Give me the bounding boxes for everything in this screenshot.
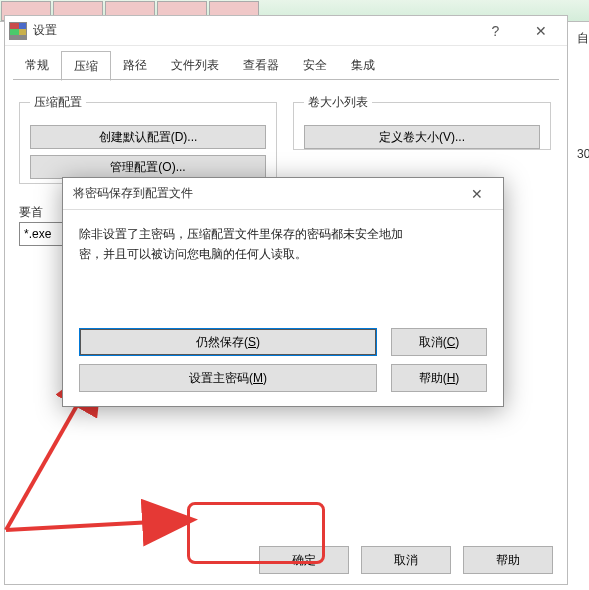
winrar-icon <box>9 22 27 40</box>
help-button[interactable]: 帮助 <box>463 546 553 574</box>
help-button-icon[interactable]: ? <box>473 17 518 45</box>
create-default-profile-button[interactable]: 创建默认配置(D)... <box>30 125 266 149</box>
dialog-message: 除非设置了主密码，压缩配置文件里保存的密码都未安全地加 密，并且可以被访问您电脑… <box>79 224 487 265</box>
close-icon[interactable]: ✕ <box>518 17 563 45</box>
tab-compression[interactable]: 压缩 <box>61 51 111 81</box>
settings-tabs: 常规 压缩 路径 文件列表 查看器 安全 集成 <box>5 46 567 80</box>
group-compression-profiles: 压缩配置 创建默认配置(D)... 管理配置(O)... <box>19 94 277 184</box>
tab-paths[interactable]: 路径 <box>111 51 159 81</box>
settings-title: 设置 <box>33 22 473 39</box>
tab-filelist[interactable]: 文件列表 <box>159 51 231 81</box>
save-password-dialog: 将密码保存到配置文件 ✕ 除非设置了主密码，压缩配置文件里保存的密码都未安全地加… <box>62 177 504 407</box>
dialog-titlebar: 将密码保存到配置文件 ✕ <box>63 178 503 210</box>
tab-viewer[interactable]: 查看器 <box>231 51 291 81</box>
define-volume-button[interactable]: 定义卷大小(V)... <box>304 125 540 149</box>
ok-button[interactable]: 确定 <box>259 546 349 574</box>
tab-security[interactable]: 安全 <box>291 51 339 81</box>
group-compression-legend: 压缩配置 <box>30 94 86 111</box>
tab-general[interactable]: 常规 <box>13 51 61 81</box>
background-right-fragments: 自 30 <box>577 30 589 261</box>
settings-titlebar: 设置 ? ✕ <box>5 16 567 46</box>
dialog-help-button[interactable]: 帮助(H) <box>391 364 487 392</box>
set-master-password-button[interactable]: 设置主密码(M) <box>79 364 377 392</box>
manage-profiles-button[interactable]: 管理配置(O)... <box>30 155 266 179</box>
dialog-body: 除非设置了主密码，压缩配置文件里保存的密码都未安全地加 密，并且可以被访问您电脑… <box>63 210 503 406</box>
extension-input[interactable] <box>19 222 67 246</box>
dialog-cancel-button[interactable]: 取消(C) <box>391 328 487 356</box>
dialog-close-icon[interactable]: ✕ <box>454 180 499 208</box>
dialog-title: 将密码保存到配置文件 <box>67 185 454 202</box>
cancel-button[interactable]: 取消 <box>361 546 451 574</box>
prefix-label: 要首 <box>19 204 43 221</box>
still-save-button[interactable]: 仍然保存(S) <box>79 328 377 356</box>
group-volume-legend: 卷大小列表 <box>304 94 372 111</box>
settings-bottom-buttons: 确定 取消 帮助 <box>5 546 567 574</box>
group-volume-sizes: 卷大小列表 定义卷大小(V)... <box>293 94 551 150</box>
tab-integration[interactable]: 集成 <box>339 51 387 81</box>
